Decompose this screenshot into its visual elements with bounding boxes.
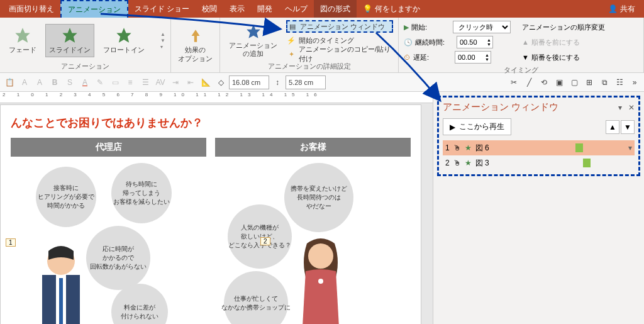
strike-icon[interactable]: S: [63, 75, 77, 89]
pane-icon: ▤: [287, 21, 297, 31]
font-color-icon[interactable]: A: [78, 75, 92, 89]
spacing-icon[interactable]: AV: [153, 75, 167, 89]
animation-pane-button[interactable]: ▤ アニメーション ウィンドウ: [286, 20, 393, 33]
workarea: 2 1 0 1 2 3 4 5 6 7 8 9 10 11 12 13 14 1…: [0, 92, 644, 324]
selection-pane-icon[interactable]: ☷: [613, 75, 626, 89]
mouse-icon: 🖱: [453, 159, 461, 167]
height-field[interactable]: 5.28 cm: [286, 75, 326, 89]
delay-spin[interactable]: 00.00▲▼: [455, 51, 491, 64]
height-icon[interactable]: ↕: [270, 75, 284, 89]
bold-icon[interactable]: B: [48, 75, 62, 89]
lightning-icon: ⚡: [286, 35, 296, 45]
tell-me[interactable]: 💡 何をしますか: [357, 4, 426, 14]
star-icon: [115, 26, 133, 44]
down-icon: ▼: [522, 53, 529, 61]
duration-spin[interactable]: 00.50▲▼: [457, 36, 493, 48]
play-from-button[interactable]: ▶ ここから再生: [443, 118, 511, 135]
chevron-down-icon[interactable]: ▾: [628, 143, 632, 152]
effect-options-button[interactable]: 効果の オプション: [174, 25, 216, 65]
slide-title: んなことでお困りではありませんか？: [11, 115, 411, 130]
group-animation: フェード スライドイン フロートイン ▲▼▾ アニメーション: [0, 18, 171, 72]
width-field[interactable]: 16.08 cm: [229, 75, 269, 89]
mouse-icon: 🖱: [453, 143, 461, 152]
group-timing: ▶ 開始: クリック時 🕓 継続時間: 00.50▲▼ ⏲ 遅延: 00.00▲…: [399, 18, 644, 72]
group-label: タイミング: [404, 64, 638, 75]
list-icon[interactable]: ☰: [138, 75, 152, 89]
tab-picture-format[interactable]: 図の形式: [314, 0, 357, 18]
tab-review[interactable]: 校閲: [196, 0, 223, 18]
play-icon: ▶: [404, 23, 409, 31]
move-up-button[interactable]: ▲: [606, 120, 619, 134]
animation-pane: アニメーション ウィンドウ ▾ ✕ ▶ ここから再生 ▲ ▼ 1: [433, 92, 644, 324]
svg-rect-7: [59, 278, 63, 324]
ruler: 2 1 0 1 2 3 4 5 6 7 8 9 10 11 12 13 14 1…: [0, 92, 433, 103]
anim-tag-2[interactable]: 2: [260, 237, 270, 245]
anim-tag-1[interactable]: 1: [6, 238, 16, 247]
svg-marker-0: [15, 28, 30, 42]
bubble: 携帯を変えたいけど 長時間待つのは やだなー: [284, 163, 353, 232]
group-icon[interactable]: ⧉: [597, 75, 611, 89]
font-increase-icon[interactable]: A: [18, 75, 31, 89]
bubble: 接客時に ヒアリングが必要で 時間がかかる: [36, 167, 96, 227]
start-label: 開始:: [411, 23, 450, 32]
close-icon[interactable]: ✕: [628, 103, 635, 112]
group-effect-options: 効果の オプション: [171, 18, 220, 72]
chevron-right-icon[interactable]: »: [628, 75, 641, 89]
anim-floatin[interactable]: フロートイン: [99, 24, 148, 57]
tab-view[interactable]: 表示: [223, 0, 251, 18]
anim-slidein[interactable]: スライドイン: [45, 24, 94, 57]
align-obj-icon[interactable]: ⊞: [582, 75, 596, 89]
person-male: [30, 243, 92, 324]
svg-point-8: [308, 243, 333, 269]
outdent-icon[interactable]: ⇤: [184, 75, 197, 89]
align-icon[interactable]: ≡: [123, 75, 137, 89]
pane-title: アニメーション ウィンドウ: [443, 101, 558, 113]
paste-icon[interactable]: 📋: [3, 75, 16, 89]
add-animation-button[interactable]: アニメーション の追加: [225, 20, 281, 60]
tab-help[interactable]: ヘルプ: [279, 0, 314, 18]
animation-painter-button[interactable]: ✦ アニメーションのコピー/貼り付け: [286, 48, 393, 60]
anim-list-item[interactable]: 1 🖱 ★ 図 6 ▾: [443, 140, 635, 155]
delay-label: 遅延:: [413, 53, 452, 62]
chevron-down-icon[interactable]: ▾: [618, 103, 622, 112]
timeline-bar: [575, 143, 583, 152]
star-plus-icon: [245, 23, 262, 40]
rotate-icon[interactable]: ⟲: [537, 75, 551, 89]
tab-transitions[interactable]: 画面切り替え: [3, 0, 60, 18]
font-decrease-icon[interactable]: A: [33, 75, 47, 89]
tab-slideshow[interactable]: スライド ショー: [128, 0, 196, 18]
star-icon: [61, 26, 79, 44]
svg-marker-1: [62, 28, 77, 42]
line-icon[interactable]: ╱: [522, 75, 536, 89]
star-icon: ★: [465, 159, 472, 167]
slide-canvas[interactable]: 2 1 0 1 2 3 4 5 6 7 8 9 10 11 12 13 14 1…: [0, 92, 433, 324]
shape-icon[interactable]: ◇: [214, 75, 228, 89]
person-icon: 👤: [608, 4, 618, 13]
share-button[interactable]: 👤 共有: [602, 4, 641, 14]
move-earlier-button[interactable]: ▲ 順番を前にする: [522, 35, 605, 49]
tab-developer[interactable]: 開発: [251, 0, 279, 18]
ruler-icon[interactable]: 📐: [199, 75, 213, 89]
anim-fade[interactable]: フェード: [5, 24, 40, 57]
slide[interactable]: んなことでお困りではありませんか？ 代理店 接客時に ヒアリングが必要で 時間が…: [0, 104, 421, 324]
delay-icon: ⏲: [404, 53, 411, 61]
svg-marker-3: [247, 25, 260, 38]
gallery-scroll[interactable]: ▲▼▾: [160, 31, 165, 50]
bring-front-icon[interactable]: ▣: [552, 75, 566, 89]
bubble: 人気の機種が 欲しいけど、 どこなら入手できる？: [228, 204, 292, 269]
highlight-icon[interactable]: ✎: [93, 75, 107, 89]
anim-list-item[interactable]: 2 🖱 ★ 図 3: [443, 155, 635, 170]
start-select[interactable]: クリック時: [453, 21, 511, 33]
indent-icon[interactable]: ⇥: [169, 75, 182, 89]
svg-point-9: [318, 279, 323, 284]
duration-label: 継続時間:: [415, 38, 454, 47]
lightbulb-icon: 💡: [363, 4, 372, 13]
move-down-button[interactable]: ▼: [621, 120, 635, 134]
send-back-icon[interactable]: ▢: [567, 75, 581, 89]
bubble: 待ち時間に 帰ってしまう お客様を減らしたい: [111, 163, 172, 223]
tab-animations[interactable]: アニメーション: [60, 0, 128, 18]
arrow-up-icon: [187, 27, 204, 45]
fill-icon[interactable]: ▭: [108, 75, 122, 89]
crop-icon[interactable]: ✂: [507, 75, 521, 89]
move-later-button[interactable]: ▼ 順番を後にする: [522, 50, 605, 64]
